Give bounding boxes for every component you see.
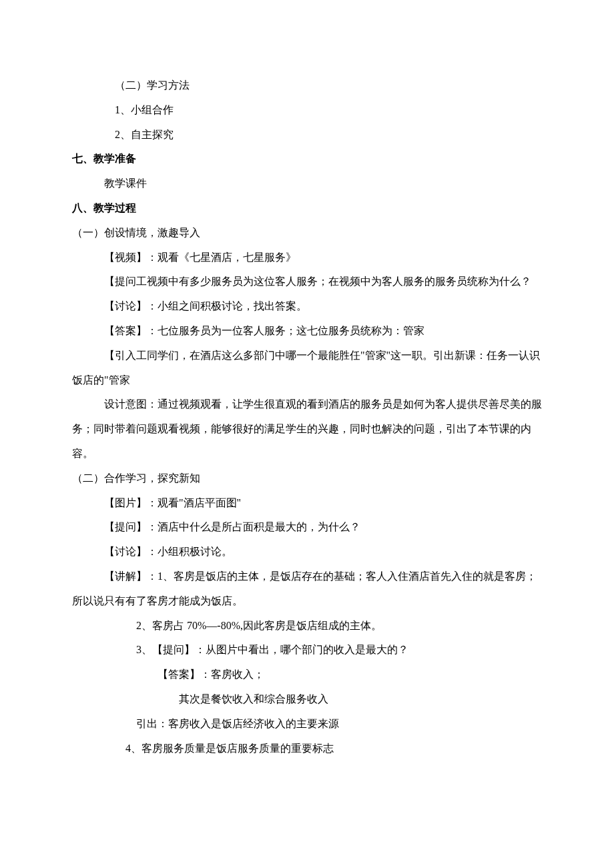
text-line: （一）创设情境，激趣导入: [72, 221, 542, 246]
text-line: 【讨论】：小组积极讨论。: [72, 540, 542, 564]
text-line: 1、小组合作: [72, 98, 542, 123]
text-line: 【视频】：观看《七星酒店，七星服务》: [72, 246, 542, 270]
text-line: （二）合作学习，探究新知: [72, 466, 542, 491]
text-line: 其次是餐饮收入和综合服务收入: [72, 687, 542, 712]
section-heading: 八、教学过程: [72, 196, 542, 221]
text-line: 2、自主探究: [72, 123, 542, 147]
text-line: 教学课件: [72, 171, 542, 196]
text-line: 引出：客房收入是饭店经济收入的主要来源: [72, 712, 542, 737]
text-paragraph: 【讲解】：1、客房是饭店的主体，是饭店存在的基础；客人入住酒店首先入住的就是客房…: [72, 564, 542, 614]
text-line: 【答案】：七位服务员为一位客人服务；这七位服务员统称为：管家: [72, 319, 542, 344]
text-line: 【提问】：酒店中什么是所占面积是最大的，为什么？: [72, 515, 542, 540]
text-line: 3、【提问】：从图片中看出，哪个部门的收入是最大的？: [72, 638, 542, 663]
text-line: 2、客房占 70%—-80%,因此客房是饭店组成的主体。: [72, 614, 542, 638]
text-paragraph: 【提问工视频中有多少服务员为这位客人服务；在视频中为客人服务的服务员统称为什么？: [72, 270, 542, 294]
text-paragraph: 【引入工同学们，在酒店这么多部门中哪一个最能胜任"管家"这一职。引出新课：任务一…: [72, 344, 542, 393]
text-line: （二）学习方法: [72, 73, 542, 98]
text-line: 【讨论】：小组之间积极讨论，找出答案。: [72, 294, 542, 319]
section-heading: 七、教学准备: [72, 147, 542, 171]
text-line: 【图片】：观看"酒店平面图": [72, 491, 542, 516]
text-line: 4、客房服务质量是饭店服务质量的重要标志: [72, 737, 542, 761]
text-paragraph: 设计意图：通过视频观看，让学生很直观的看到酒店的服务员是如何为客人提供尽善尽美的…: [72, 392, 542, 466]
text-line: 【答案】：客房收入；: [72, 663, 542, 687]
